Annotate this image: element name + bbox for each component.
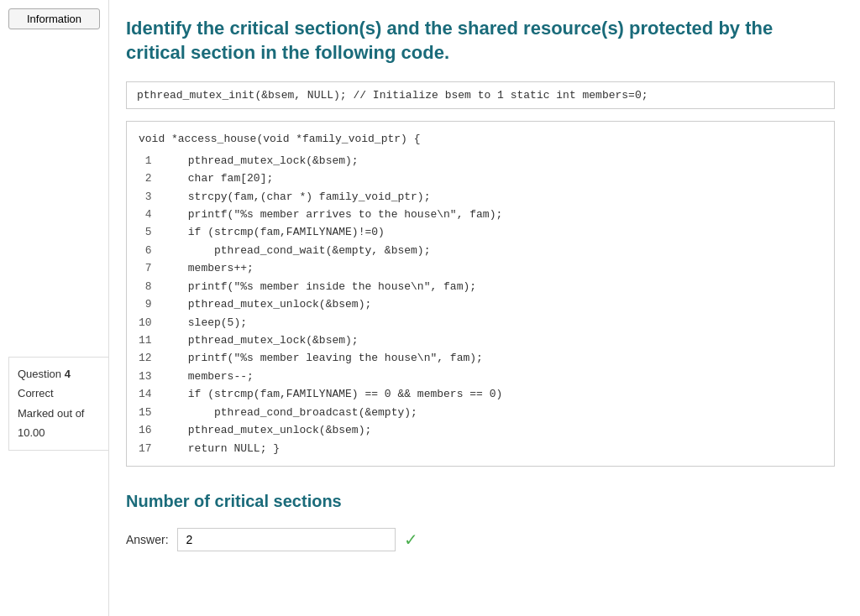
line-number: 6 <box>139 242 162 259</box>
line-code: sleep(5); <box>162 314 503 331</box>
code-lines: 1 pthread_mutex_lock(&bsem);2 char fam[2… <box>139 152 502 457</box>
line-number: 11 <box>139 331 162 349</box>
line-number: 2 <box>139 170 162 187</box>
line-code: pthread_cond_wait(&empty, &bsem); <box>162 242 503 259</box>
line-code: pthread_mutex_unlock(&bsem); <box>162 421 503 439</box>
code-header-line: void *access_house(void *family_void_ptr… <box>139 130 826 148</box>
code-line: 2 char fam[20]; <box>139 170 502 187</box>
code-line: 7 members++; <box>139 259 502 277</box>
line-code: printf("%s member leaving the house\n", … <box>162 349 503 367</box>
code-line: 12 printf("%s member leaving the house\n… <box>139 349 502 367</box>
line-code: printf("%s member arrives to the house\n… <box>162 206 503 223</box>
code-line: 17 return NULL; } <box>139 440 502 457</box>
answer-label: Answer: <box>126 533 169 546</box>
code-line: 9 pthread_mutex_unlock(&bsem); <box>139 295 502 313</box>
line-number: 8 <box>139 278 162 295</box>
code-line: 10 sleep(5); <box>139 314 502 331</box>
answer-input[interactable] <box>177 528 396 551</box>
line-number: 15 <box>139 404 162 421</box>
line-code: pthread_mutex_lock(&bsem); <box>162 152 503 170</box>
code-init-line: pthread_mutex_init(&bsem, NULL); // Init… <box>126 81 835 109</box>
question-marked-label: Marked out of <box>18 404 100 423</box>
line-number: 4 <box>139 206 162 223</box>
correct-check-icon: ✓ <box>404 530 418 550</box>
line-number: 9 <box>139 295 162 313</box>
information-button[interactable]: Information <box>8 8 100 29</box>
question-marked-value: 10.00 <box>18 423 100 442</box>
line-code: pthread_cond_broadcast(&empty); <box>162 404 503 421</box>
section-title: Number of critical sections <box>126 492 835 511</box>
code-line: 3 strcpy(fam,(char *) family_void_ptr); <box>139 188 502 206</box>
code-line: 13 members--; <box>139 368 502 385</box>
question-number: 4 <box>65 368 71 380</box>
line-number: 7 <box>139 259 162 277</box>
code-line: 16 pthread_mutex_unlock(&bsem); <box>139 421 502 439</box>
code-line: 1 pthread_mutex_lock(&bsem); <box>139 152 502 170</box>
code-line: 5 if (strcmp(fam,FAMILYNAME)!=0) <box>139 223 502 241</box>
code-block: void *access_house(void *family_void_ptr… <box>126 121 835 467</box>
line-number: 10 <box>139 314 162 331</box>
line-code: if (strcmp(fam,FAMILYNAME) == 0 && membe… <box>162 385 503 403</box>
line-number: 17 <box>139 440 162 457</box>
code-line: 8 printf("%s member inside the house\n",… <box>139 278 502 295</box>
line-code: strcpy(fam,(char *) family_void_ptr); <box>162 188 503 206</box>
line-code: if (strcmp(fam,FAMILYNAME)!=0) <box>162 223 503 241</box>
line-number: 16 <box>139 421 162 439</box>
line-number: 3 <box>139 188 162 206</box>
line-number: 12 <box>139 349 162 367</box>
page-title: Identify the critical section(s) and the… <box>126 17 835 65</box>
line-number: 13 <box>139 368 162 385</box>
line-code: char fam[20]; <box>162 170 503 187</box>
line-code: printf("%s member inside the house\n", f… <box>162 278 503 295</box>
line-code: pthread_mutex_unlock(&bsem); <box>162 295 503 313</box>
line-number: 14 <box>139 385 162 403</box>
line-code: pthread_mutex_lock(&bsem); <box>162 331 503 349</box>
line-number: 1 <box>139 152 162 170</box>
line-code: return NULL; } <box>162 440 503 457</box>
code-line: 6 pthread_cond_wait(&empty, &bsem); <box>139 242 502 259</box>
question-status: Correct <box>18 384 100 403</box>
code-line: 11 pthread_mutex_lock(&bsem); <box>139 331 502 349</box>
code-line: 15 pthread_cond_broadcast(&empty); <box>139 404 502 421</box>
line-number: 5 <box>139 223 162 241</box>
answer-row: Answer: ✓ <box>126 528 835 551</box>
question-label: Question 4 <box>18 364 100 384</box>
code-line: 14 if (strcmp(fam,FAMILYNAME) == 0 && me… <box>139 385 502 403</box>
code-line: 4 printf("%s member arrives to the house… <box>139 206 502 223</box>
line-code: members++; <box>162 259 503 277</box>
line-code: members--; <box>162 368 503 385</box>
